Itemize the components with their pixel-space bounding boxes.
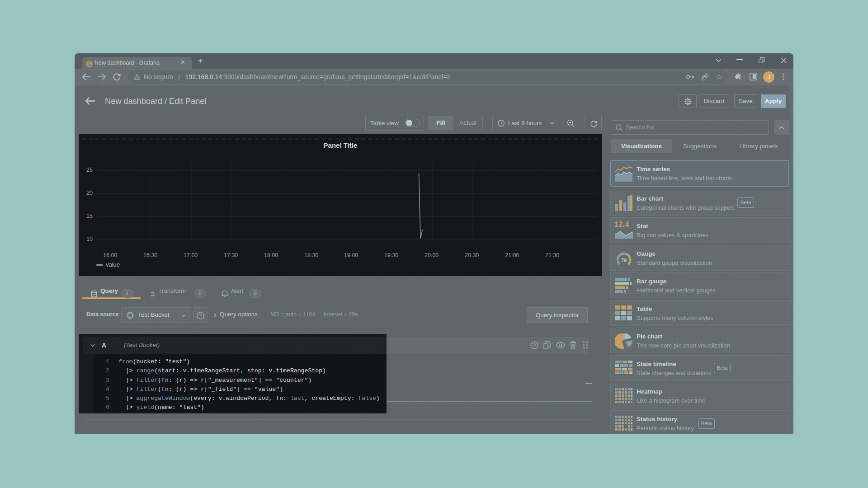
svg-text:G: G xyxy=(87,61,91,67)
svg-text:79: 79 xyxy=(621,258,627,263)
svg-text:?: ? xyxy=(199,313,202,318)
svg-text:?: ? xyxy=(533,343,536,348)
